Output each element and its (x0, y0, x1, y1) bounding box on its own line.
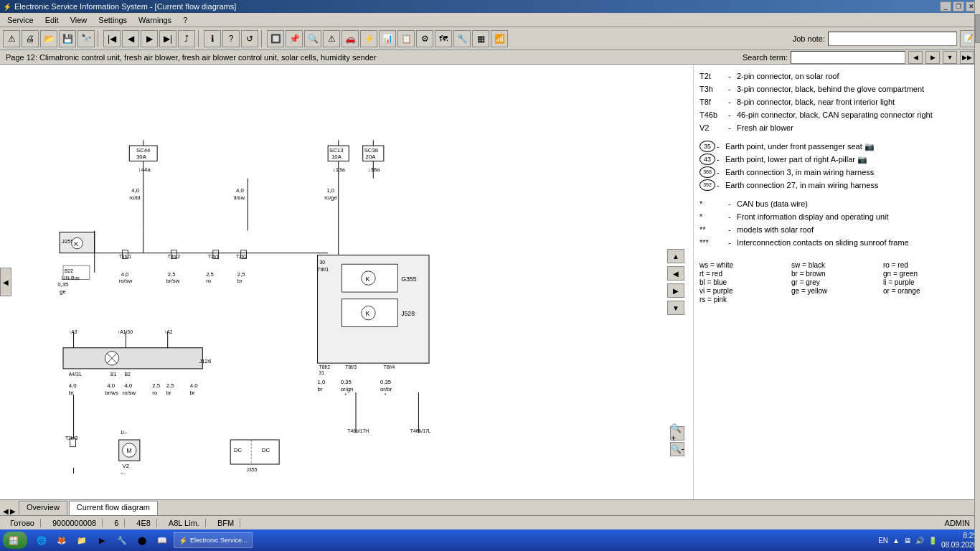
svg-text:SC38: SC38 (364, 147, 378, 154)
status-code2: 6 (108, 519, 125, 527)
toolbar-car-icon[interactable]: 🚗 (341, 30, 359, 47)
menu-bar: Service Edit View Settings Warnings ? (0, 13, 980, 27)
toolbar-info-icon[interactable]: ℹ (204, 30, 221, 47)
earth-circle-35: 35 (699, 141, 715, 152)
svg-text:T8f/3: T8f/3 (345, 364, 357, 369)
svg-text:1,0: 1,0 (326, 187, 334, 194)
toolbar-save-icon[interactable]: 💾 (59, 30, 76, 47)
toolbar-nav-first[interactable]: |◀ (103, 30, 121, 47)
main-content: ◀ SC44 30A SC13 10A SC38 20A (0, 65, 980, 499)
toolbar-map-icon[interactable]: 🗺 (435, 30, 452, 47)
menu-help[interactable]: ? (179, 14, 192, 26)
system-clock[interactable]: 8:29 08.09.2020 (941, 531, 977, 550)
search-prev-button[interactable]: ◀ (908, 51, 923, 64)
toolbar-warning-icon[interactable]: ⚠ (3, 30, 20, 47)
toolbar-nav-jump[interactable]: ⤴ (178, 30, 195, 47)
status-code4: A8L Lim. (163, 519, 206, 527)
svg-text:or/gn: or/gn (341, 386, 354, 392)
search-input[interactable] (791, 51, 905, 64)
toolbar-refresh-icon[interactable]: ↺ (241, 30, 258, 47)
taskbar-window-label: Electronic Service... (190, 537, 248, 544)
up-arrow-icon: ▲ (892, 537, 900, 545)
svg-text:10A: 10A (331, 154, 342, 160)
toolbar-signal-icon[interactable]: 📶 (491, 30, 508, 47)
start-button[interactable]: 🪟 (3, 532, 27, 549)
legend-item-t3h: T3h - 3-pin connector, black, behind the… (699, 83, 974, 95)
diagram-area[interactable]: ◀ SC44 30A SC13 10A SC38 20A (0, 65, 693, 499)
toolbar-graph-icon[interactable]: 📊 (379, 30, 396, 47)
ie-icon[interactable]: 🌐 (33, 532, 50, 549)
svg-text:0,35: 0,35 (341, 379, 352, 385)
app-icon-taskbar[interactable]: 🔧 (113, 532, 131, 549)
browser-icon[interactable]: 🦊 (53, 532, 70, 549)
taskbar-active-window[interactable]: ⚡ Electronic Service... (174, 532, 253, 548)
start-icon: 🪟 (9, 536, 19, 545)
toolbar-nav-last[interactable]: ▶| (159, 30, 176, 47)
svg-text:J528: J528 (401, 310, 415, 317)
legend-scrollbar[interactable] (974, 65, 980, 499)
toolbar-grid-icon[interactable]: ▦ (472, 30, 489, 47)
color-ro: ro = red (883, 261, 974, 269)
tab-prev-arrow[interactable]: ◀ (3, 507, 9, 515)
explorer-icon[interactable]: 📁 (73, 532, 90, 549)
color-bl: bl = blue (699, 278, 791, 286)
nav-down-button[interactable]: ▼ (667, 301, 684, 315)
tab-current-flow[interactable]: Current flow diagram (69, 501, 158, 515)
job-note-area: Job note: 📝 (793, 30, 977, 47)
app2-icon[interactable]: 📖 (154, 532, 171, 549)
toolbar-tools-icon[interactable]: 🔧 (453, 30, 471, 47)
svg-text:br: br (166, 390, 171, 396)
toolbar-nav-prev[interactable]: ◀ (122, 30, 139, 47)
zoom-in-button[interactable]: 🔍+ (670, 426, 684, 441)
toolbar-nav-next[interactable]: ▶ (141, 30, 158, 47)
zoom-panel: 🔍+ 🔍- (670, 426, 684, 456)
legend-item-star-star-star: *** - Interconnection contacts on slidin… (699, 237, 974, 248)
svg-text:↓44a: ↓44a (138, 166, 151, 173)
menu-settings[interactable]: Settings (94, 14, 131, 26)
restore-button[interactable]: ❐ (953, 1, 964, 11)
svg-text:or/br: or/br (380, 386, 392, 392)
search-go-button[interactable]: ▶▶ (960, 51, 974, 64)
toolbar-electric-icon[interactable]: ⚡ (360, 30, 377, 47)
svg-text:T2t/2: T2t/2 (236, 254, 248, 259)
nav-right-button[interactable]: ▶ (667, 283, 684, 298)
toolbar-search3-icon[interactable]: 🔍 (304, 30, 321, 47)
job-note-input[interactable] (828, 32, 957, 46)
toolbar-component-icon[interactable]: 🔲 (267, 30, 284, 47)
svg-text:31: 31 (319, 370, 325, 375)
menu-service[interactable]: Service (3, 14, 38, 26)
svg-text:T2t/1: T2t/1 (208, 254, 220, 259)
network-icon: 🖥 (904, 537, 911, 545)
svg-text:4,0: 4,0 (190, 382, 198, 389)
nav-up-button[interactable]: ▲ (667, 249, 684, 263)
minimize-button[interactable]: _ (940, 1, 951, 11)
nav-left-button[interactable]: ◀ (667, 266, 684, 281)
window-controls[interactable]: _ ❐ ✕ (940, 1, 977, 11)
chrome-icon[interactable]: ⬤ (133, 532, 151, 549)
menu-view[interactable]: View (66, 14, 92, 26)
toolbar-list-icon[interactable]: 📋 (397, 30, 415, 47)
tab-next-arrow[interactable]: ▶ (10, 507, 16, 515)
media-icon[interactable]: ▶ (93, 532, 110, 549)
svg-text:0,35: 0,35 (57, 281, 68, 288)
search-options-button[interactable]: ▼ (943, 51, 957, 64)
svg-text:DC: DC (262, 447, 270, 453)
zoom-out-button[interactable]: 🔍- (670, 442, 684, 456)
menu-edit[interactable]: Edit (41, 14, 63, 26)
search-next-button[interactable]: ▶ (925, 51, 940, 64)
toolbar-search2-icon[interactable]: 🔭 (77, 30, 95, 47)
tab-overview[interactable]: Overview (19, 501, 67, 515)
toolbar-pin-icon[interactable]: 📌 (286, 30, 303, 47)
svg-text:2,5: 2,5 (152, 382, 160, 389)
svg-text:2,5: 2,5 (168, 271, 176, 278)
left-collapse-button[interactable]: ◀ (0, 268, 11, 296)
menu-warnings[interactable]: Warnings (134, 14, 176, 26)
svg-text:SC44: SC44 (136, 147, 151, 154)
title-bar: ⚡ Electronic Service Information System … (0, 0, 980, 13)
toolbar-print-icon[interactable]: 🖨 (22, 30, 39, 47)
toolbar-open-icon[interactable]: 📂 (40, 30, 57, 47)
toolbar-settings2-icon[interactable]: ⚙ (416, 30, 433, 47)
toolbar-warning2-icon[interactable]: ⚠ (323, 30, 340, 47)
toolbar-help-icon[interactable]: ? (222, 30, 240, 47)
svg-text:J355: J355 (246, 467, 257, 472)
